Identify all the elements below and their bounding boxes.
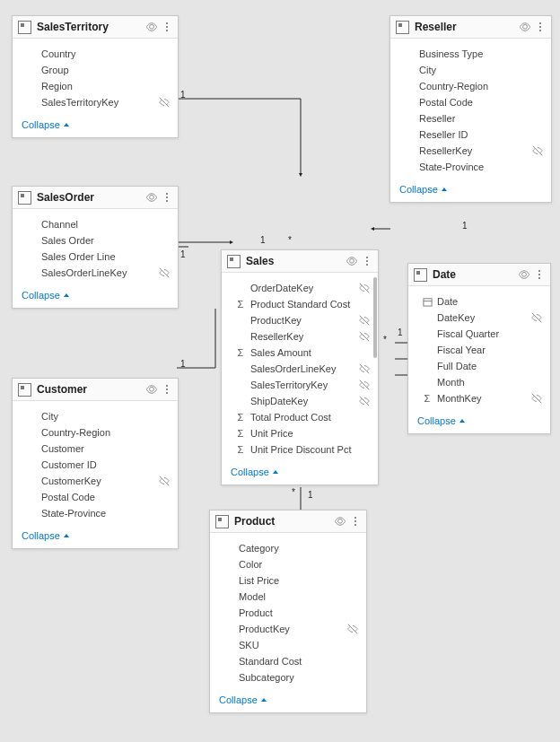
field-row[interactable]: Color (210, 556, 366, 572)
field-row[interactable]: Channel (13, 216, 178, 232)
field-name: City (41, 411, 158, 422)
collapse-link[interactable]: Collapse (13, 523, 178, 548)
table-header[interactable]: Reseller (390, 16, 551, 39)
field-row[interactable]: ΣUnit Price Discount Pct (222, 441, 378, 458)
field-name: Reseller (419, 113, 531, 124)
table-header[interactable]: SalesOrder (13, 187, 178, 209)
field-row[interactable]: Month (408, 374, 550, 390)
field-row[interactable]: Region (13, 78, 178, 94)
eye-icon[interactable] (334, 515, 346, 528)
field-name: Fiscal Year (437, 345, 530, 355)
field-row[interactable]: ΣTotal Product Cost (222, 409, 378, 425)
field-row[interactable]: ΣSales Amount (222, 345, 378, 361)
field-type-icon (234, 330, 247, 343)
field-row[interactable]: Country-Region (13, 424, 178, 441)
field-row[interactable]: Fiscal Quarter (408, 326, 550, 342)
eye-icon[interactable] (518, 268, 530, 281)
more-icon[interactable] (362, 254, 372, 268)
eye-icon[interactable] (519, 21, 531, 33)
more-icon[interactable] (534, 267, 545, 282)
field-row[interactable]: Customer (13, 441, 178, 457)
field-row[interactable]: ΣMonthKey (408, 390, 550, 406)
table-salesterritory[interactable]: SalesTerritory CountryGroupRegionSalesTe… (12, 15, 179, 138)
field-row[interactable]: State-Province (390, 159, 551, 175)
field-row[interactable]: Country (13, 46, 178, 62)
scrollbar[interactable] (373, 277, 377, 358)
eye-icon[interactable] (346, 255, 358, 267)
field-row[interactable]: SKU (210, 637, 366, 653)
field-name: State-Province (419, 161, 531, 172)
field-row[interactable]: ResellerKey (222, 328, 378, 345)
more-icon[interactable] (162, 190, 172, 205)
field-name: ShipDateKey (250, 396, 358, 406)
field-row[interactable]: List Price (210, 572, 366, 589)
field-name: Category (239, 543, 346, 554)
field-row[interactable]: ProductKey (222, 312, 378, 328)
field-row[interactable]: City (390, 62, 551, 78)
collapse-link[interactable]: Collapse (13, 283, 178, 308)
field-row[interactable]: Product (210, 605, 366, 621)
field-row[interactable]: Category (210, 540, 366, 556)
table-sales[interactable]: Sales OrderDateKeyΣProduct Standard Cost… (221, 249, 379, 485)
table-header[interactable]: Product (210, 511, 366, 533)
field-row[interactable]: Reseller ID (390, 127, 551, 143)
field-row[interactable]: ΣUnit Price (222, 425, 378, 441)
field-row[interactable]: ΣProduct Standard Cost (222, 296, 378, 312)
field-row[interactable]: City (13, 408, 178, 424)
collapse-link[interactable]: Collapse (210, 687, 366, 712)
hidden-icon (158, 442, 171, 455)
table-reseller[interactable]: Reseller Business TypeCityCountry-Region… (389, 15, 552, 203)
table-header[interactable]: Sales (222, 250, 378, 273)
more-icon[interactable] (162, 382, 172, 397)
field-row[interactable]: SalesOrderLineKey (13, 265, 178, 281)
field-row[interactable]: Postal Code (13, 489, 178, 505)
field-row[interactable]: Full Date (408, 358, 550, 374)
field-name: SalesTerritoryKey (250, 380, 358, 390)
field-row[interactable]: ProductKey (210, 621, 366, 637)
field-row[interactable]: Country-Region (390, 78, 551, 94)
more-icon[interactable] (162, 20, 172, 34)
field-type-icon (25, 458, 38, 471)
table-salesorder[interactable]: SalesOrder ChannelSales OrderSales Order… (12, 186, 179, 309)
field-row[interactable]: Standard Cost (210, 653, 366, 669)
field-row[interactable]: DateKey (408, 310, 550, 326)
eye-icon[interactable] (145, 191, 158, 204)
table-date[interactable]: Date DateDateKeyFiscal QuarterFiscal Yea… (407, 263, 551, 434)
field-row[interactable]: Business Type (390, 46, 551, 62)
table-icon (215, 515, 229, 528)
table-product[interactable]: Product CategoryColorList PriceModelProd… (209, 510, 367, 713)
collapse-link[interactable]: Collapse (13, 112, 178, 137)
field-row[interactable]: Group (13, 62, 178, 78)
field-row[interactable]: ResellerKey (390, 143, 551, 159)
field-row[interactable]: Fiscal Year (408, 342, 550, 358)
more-icon[interactable] (535, 20, 546, 34)
field-row[interactable]: ShipDateKey (222, 393, 378, 409)
field-name: Customer ID (41, 459, 158, 470)
field-row[interactable]: OrderDateKey (222, 280, 378, 296)
field-row[interactable]: SalesTerritoryKey (13, 94, 178, 110)
field-row[interactable]: Reseller (390, 110, 551, 127)
field-row[interactable]: Model (210, 589, 366, 605)
collapse-link[interactable]: Collapse (408, 408, 550, 433)
field-row[interactable]: Customer ID (13, 457, 178, 473)
more-icon[interactable] (350, 514, 361, 528)
collapse-link[interactable]: Collapse (390, 177, 551, 202)
collapse-link[interactable]: Collapse (222, 459, 378, 484)
field-row[interactable]: Subcategory (210, 669, 366, 685)
eye-icon[interactable] (145, 21, 158, 33)
field-row[interactable]: SalesTerritoryKey (222, 377, 378, 393)
table-header[interactable]: Customer (13, 379, 178, 401)
field-row[interactable]: State-Province (13, 505, 178, 521)
eye-icon[interactable] (145, 383, 158, 396)
field-type-icon (25, 426, 38, 439)
field-row[interactable]: SalesOrderLineKey (222, 361, 378, 377)
table-customer[interactable]: Customer CityCountry-RegionCustomerCusto… (12, 378, 179, 549)
table-header[interactable]: SalesTerritory (13, 16, 178, 39)
table-header[interactable]: Date (408, 264, 550, 286)
field-row[interactable]: Sales Order (13, 232, 178, 249)
field-row[interactable]: Date (408, 293, 550, 310)
field-row[interactable]: Sales Order Line (13, 249, 178, 265)
field-name: Postal Code (419, 97, 531, 108)
field-row[interactable]: CustomerKey (13, 473, 178, 489)
field-row[interactable]: Postal Code (390, 94, 551, 110)
